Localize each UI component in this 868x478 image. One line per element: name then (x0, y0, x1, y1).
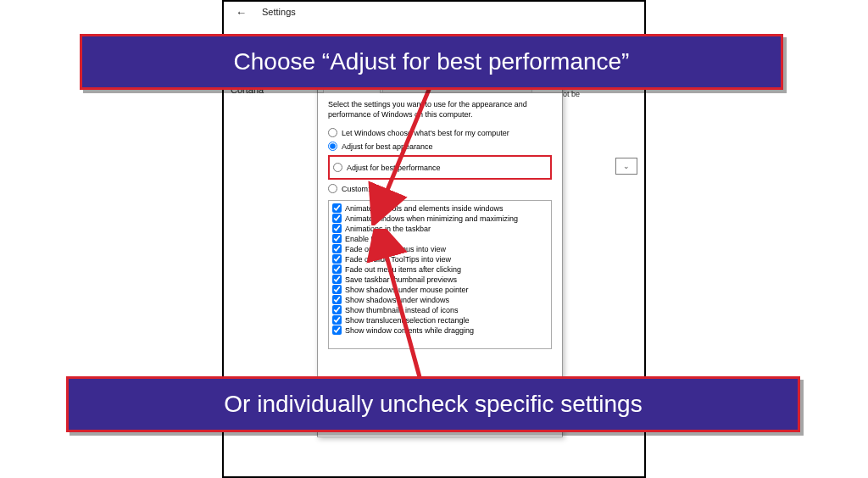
check-label: Save taskbar thumbnail previews (345, 275, 457, 284)
check-label: Show shadows under mouse pointer (345, 286, 469, 294)
check-label: Show shadows under windows (345, 296, 449, 304)
checkbox[interactable] (332, 254, 342, 264)
check-label: Fade or slide ToolTips into view (345, 255, 451, 264)
list-item[interactable]: Animate windows when minimizing and maxi… (332, 214, 548, 223)
radio-custom[interactable]: Custom: (328, 184, 552, 193)
check-label: Animations in the taskbar (345, 225, 431, 233)
list-item[interactable]: Animate controls and elements inside win… (332, 203, 548, 213)
radio-best-performance[interactable]: Adjust for best performance (333, 163, 547, 172)
checkbox[interactable] (332, 275, 342, 284)
callout-bottom: Or individually uncheck specific setting… (66, 376, 800, 432)
list-item[interactable]: Show translucent selection rectangle (332, 315, 548, 325)
list-item[interactable]: Show shadows under mouse pointer (332, 285, 548, 294)
radio-input-custom[interactable] (328, 184, 337, 193)
check-label: Enable Peek (345, 235, 388, 243)
list-item[interactable]: Enable Peek (332, 234, 548, 243)
check-label: Show window contents while dragging (345, 326, 474, 335)
checkbox[interactable] (332, 285, 342, 294)
callout-top: Choose “Adjust for best performance” (80, 34, 783, 90)
radio-input-appearance[interactable] (328, 142, 337, 151)
dialog-description: Select the settings you want to use for … (328, 100, 552, 119)
list-item[interactable]: Show thumbnails instead of icons (332, 305, 548, 314)
checkbox[interactable] (332, 325, 342, 335)
checkbox[interactable] (332, 264, 342, 274)
radio-label-auto: Let Windows choose what's best for my co… (342, 129, 509, 137)
checkbox[interactable] (332, 244, 342, 253)
checkbox[interactable] (332, 214, 342, 223)
list-item[interactable]: Fade or slide menus into view (332, 244, 548, 253)
checkbox[interactable] (332, 234, 342, 243)
check-label: Fade or slide menus into view (345, 245, 446, 253)
radio-label-custom: Custom: (342, 185, 370, 193)
list-item[interactable]: Save taskbar thumbnail previews (332, 275, 548, 284)
radio-input-performance[interactable] (333, 163, 342, 172)
list-item[interactable]: Show shadows under windows (332, 295, 548, 304)
check-label: Show thumbnails instead of icons (345, 306, 459, 314)
checkbox[interactable] (332, 224, 342, 233)
back-icon[interactable]: ← (236, 6, 247, 19)
radio-label-appearance: Adjust for best appearance (342, 142, 433, 151)
list-item[interactable]: Fade or slide ToolTips into view (332, 254, 548, 264)
check-label: Fade out menu items after clicking (345, 265, 461, 274)
dropdown-chevron-icon[interactable]: ⌄ (615, 158, 637, 175)
effects-checklist[interactable]: Animate controls and elements inside win… (328, 200, 552, 349)
checkbox[interactable] (332, 203, 342, 213)
radio-let-windows-choose[interactable]: Let Windows choose what's best for my co… (328, 128, 552, 137)
checkbox[interactable] (332, 315, 342, 325)
check-label: Animate windows when minimizing and maxi… (345, 214, 518, 223)
radio-label-performance: Adjust for best performance (347, 164, 441, 172)
check-label: Animate controls and elements inside win… (345, 204, 504, 213)
radio-best-appearance[interactable]: Adjust for best appearance (328, 142, 552, 151)
checkbox[interactable] (332, 295, 342, 304)
radio-input-auto[interactable] (328, 128, 337, 137)
list-item[interactable]: Animations in the taskbar (332, 224, 548, 233)
dialog-content: Select the settings you want to use for … (318, 93, 562, 356)
checkbox[interactable] (332, 305, 342, 314)
list-item[interactable]: Fade out menu items after clicking (332, 264, 548, 274)
highlight-best-performance: Adjust for best performance (328, 155, 552, 180)
settings-title: Settings (262, 7, 296, 17)
list-item[interactable]: Show window contents while dragging (332, 325, 548, 335)
check-label: Show translucent selection rectangle (345, 316, 470, 325)
settings-header: ← Settings (224, 2, 644, 22)
